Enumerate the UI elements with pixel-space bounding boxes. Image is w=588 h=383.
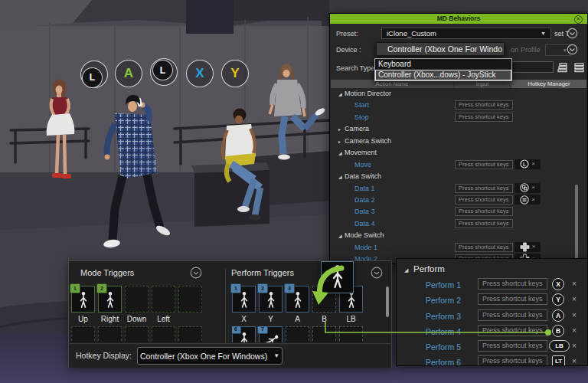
inset-row-perform-1: Perform 1Press shortcut keysX× xyxy=(397,277,587,293)
shortcut-input[interactable]: Press shortcut keys xyxy=(455,207,513,216)
preset-select[interactable]: iClone_Custom ▼ xyxy=(381,28,551,39)
perform-group-label[interactable]: ◢Perform xyxy=(404,264,445,273)
tree-item-mode-1[interactable]: Mode 1 xyxy=(354,244,377,251)
shortcut-input[interactable]: Press shortcut keys xyxy=(455,219,513,228)
perform-trigger-slot-2[interactable]: 7 xyxy=(259,326,283,342)
face-button-label: X xyxy=(195,66,204,81)
shortcut-input[interactable]: Press shortcut keys xyxy=(455,243,513,252)
hotkey-chip-dpad-up: × xyxy=(514,242,541,253)
md-behaviors-body: Preset: iClone_Custom ▼ set T Device : C… xyxy=(330,24,587,264)
close-icon[interactable]: ✕ xyxy=(574,15,583,24)
remove-hotkey-button[interactable]: × xyxy=(572,357,577,365)
remove-hotkey-button[interactable]: × xyxy=(531,185,535,191)
hotkey-display-select[interactable]: Controller (Xbox One For Windows) ▼ xyxy=(137,347,283,365)
mode-trigger-slot-5[interactable] xyxy=(178,286,202,313)
perform-action-perform-1[interactable]: Perform 1 xyxy=(426,280,461,290)
device-select[interactable]: Controller (Xbox One For Windo ▼ xyxy=(376,42,505,56)
perform-trigger-slot-1[interactable]: 1 xyxy=(232,286,256,313)
gamepad-button-lt-icon: LT xyxy=(552,355,565,365)
scrollbar-thumb[interactable] xyxy=(386,286,389,317)
remove-hotkey-button[interactable]: × xyxy=(572,326,577,335)
panel-title: MD Behaviors xyxy=(330,14,587,24)
remove-hotkey-button[interactable]: × xyxy=(531,197,535,203)
left-stick-icon: L xyxy=(152,60,173,80)
hotkey-chip-view: × xyxy=(514,183,541,194)
perform-label-lb: LB xyxy=(339,315,363,323)
dragged-perform-thumbnail[interactable] xyxy=(321,261,354,293)
shortcut-input[interactable]: Press shortcut keys xyxy=(455,184,513,193)
md-row-data-4: Data 4Press shortcut keys xyxy=(331,218,586,230)
perform-trigger-slot-3[interactable] xyxy=(286,326,309,342)
expand-all-icon[interactable] xyxy=(557,62,568,72)
mode-trigger-slot-3[interactable] xyxy=(125,326,149,342)
collapse-all-icon[interactable] xyxy=(574,62,585,72)
md-row-movement: ◢Movement xyxy=(331,147,586,159)
tree-item-data-1[interactable]: Data 1 xyxy=(354,185,375,192)
mode-trigger-slot-4[interactable] xyxy=(152,326,175,342)
perform-action-perform-3[interactable]: Perform 3 xyxy=(426,312,461,321)
tree-item-move[interactable]: Move xyxy=(354,161,371,169)
mode-trigger-slot-4[interactable] xyxy=(152,286,175,313)
mode-trigger-slots-row2 xyxy=(71,326,202,342)
perform-action-perform-2[interactable]: Perform 2 xyxy=(426,296,461,305)
collapse-section-icon[interactable] xyxy=(567,44,578,55)
remove-hotkey-button[interactable]: × xyxy=(572,311,577,319)
column-hotkey-manager[interactable]: Hotkey Manager xyxy=(511,80,586,88)
slot-badge: 3 xyxy=(284,283,295,293)
collapse-section-icon[interactable] xyxy=(567,28,578,39)
mode-trigger-slot-2[interactable]: 2 xyxy=(98,286,122,313)
shortcut-input[interactable]: Press shortcut keys xyxy=(478,309,547,321)
shortcut-input[interactable]: Press shortcut keys xyxy=(455,113,513,122)
tree-item-movement[interactable]: ◢Movement xyxy=(338,149,377,156)
dropdown-option-controller[interactable]: Controller (Xbox...dows) - JoyStick xyxy=(375,70,511,80)
remove-hotkey-button[interactable]: × xyxy=(531,161,535,167)
perform-action-perform-4[interactable]: Perform 4 xyxy=(426,327,461,336)
shortcut-input[interactable]: Press shortcut keys xyxy=(478,325,547,336)
md-row-camera-switch: ▸Camera Switch xyxy=(331,136,586,147)
mode-trigger-slot-3[interactable] xyxy=(125,286,149,313)
shortcut-input[interactable]: Press shortcut keys xyxy=(478,293,547,305)
perform-action-perform-5[interactable]: Perform 5 xyxy=(426,342,461,352)
collapse-section-icon[interactable] xyxy=(190,267,201,278)
remove-hotkey-button[interactable]: × xyxy=(532,244,536,250)
perform-action-perform-6[interactable]: Perform 6 xyxy=(426,358,461,365)
shortcut-input[interactable]: Press shortcut keys xyxy=(455,195,513,205)
perform-trigger-slot-3[interactable]: 3 xyxy=(286,286,309,313)
mode-trigger-slot-5[interactable] xyxy=(178,326,202,342)
remove-hotkey-button[interactable]: × xyxy=(572,280,577,288)
scrollbar-thumb[interactable] xyxy=(575,185,578,260)
tree-item-motion-director[interactable]: ◢Motion Director xyxy=(338,90,391,97)
tree-item-start[interactable]: Start xyxy=(354,101,369,109)
tree-item-data-2[interactable]: Data 2 xyxy=(354,196,375,204)
svg-text:L: L xyxy=(523,162,526,167)
tree-item-stop[interactable]: Stop xyxy=(354,113,369,121)
mode-trigger-slot-1[interactable]: 1 xyxy=(71,286,95,313)
mode-label-down: Down xyxy=(125,315,149,323)
mode-trigger-slot-1[interactable] xyxy=(71,326,95,342)
shortcut-input[interactable]: Press shortcut keys xyxy=(455,160,513,169)
perform-trigger-slot-2[interactable]: 2 xyxy=(259,286,283,313)
dropdown-option-keyboard[interactable]: Keyboard xyxy=(375,59,511,70)
shortcut-input[interactable]: Press shortcut keys xyxy=(455,100,513,110)
gamepad-button-a-icon: A xyxy=(552,309,564,322)
mode-label-right: Right xyxy=(98,315,122,323)
shortcut-input[interactable]: Press shortcut keys xyxy=(478,340,547,352)
perform-trigger-slot-1[interactable]: 6 xyxy=(232,326,256,342)
shortcut-input[interactable]: Press shortcut keys xyxy=(478,355,547,365)
remove-hotkey-button[interactable]: × xyxy=(572,342,577,350)
tree-item-data-switch[interactable]: ◢Data Switch xyxy=(338,172,381,180)
tree-item-mode-switch[interactable]: ◢Mode Switch xyxy=(338,231,384,239)
collapse-section-icon[interactable] xyxy=(371,267,382,278)
mode-trigger-labels: UpRightDownLeft xyxy=(71,315,202,323)
tree-item-data-3[interactable]: Data 3 xyxy=(354,208,375,215)
tree-item-camera-switch[interactable]: ▸Camera Switch xyxy=(338,137,391,145)
remove-hotkey-button[interactable]: × xyxy=(572,295,577,303)
perform-trigger-slot-5[interactable] xyxy=(339,326,363,342)
shortcut-input[interactable]: Press shortcut keys xyxy=(478,278,547,290)
mode-trigger-slot-2[interactable] xyxy=(98,326,122,342)
perform-trigger-slots-row2: 67 xyxy=(232,326,363,342)
perform-trigger-slot-4[interactable] xyxy=(312,326,336,342)
tree-item-data-4[interactable]: Data 4 xyxy=(354,220,375,228)
tree-item-camera[interactable]: ▸Camera xyxy=(338,125,369,133)
slot-badge: 2 xyxy=(96,283,107,293)
